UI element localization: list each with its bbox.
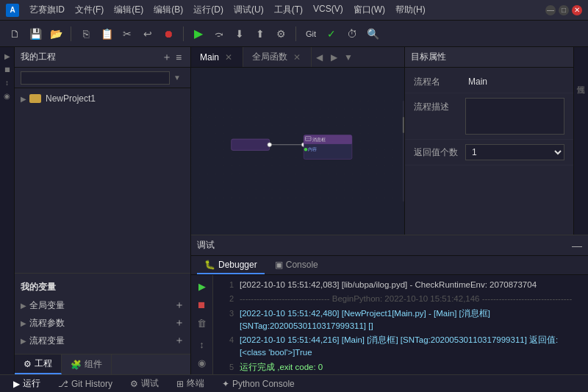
flow-vars-add[interactable]: ＋ <box>174 334 184 347</box>
separator-3 <box>295 26 296 41</box>
strip-step-btn[interactable]: ↕ <box>1 76 13 88</box>
panel-tabs: ⚙ 工程 🧩 组件 <box>15 354 190 374</box>
debug-minimize-button[interactable]: — <box>572 240 582 252</box>
project-panel: 我的工程 ＋ ≡ ▼ ▶ NewProject1 我的变量 ▶ 全局变量 ＋ ▶ <box>15 47 191 374</box>
breakpoint-button[interactable]: ⚙ <box>272 25 290 43</box>
status-run-btn[interactable]: ▶ 运行 <box>6 376 48 392</box>
tab-dropdown[interactable]: ▼ <box>341 47 356 68</box>
toolbar: 🗋 💾 📂 ⎘ 📋 ✂ ↩ ⏺ ▶ ⤼ ⬇ ⬆ ⚙ Git ✓ ⏱ 🔍 <box>0 21 588 47</box>
debug-bp-btn[interactable]: ◉ <box>193 355 211 371</box>
right-strip-label[interactable]: 属性 <box>576 76 587 82</box>
close-button[interactable]: ✕ <box>572 5 582 15</box>
tab-main-close[interactable]: ✕ <box>223 52 234 63</box>
step-out-button[interactable]: ⬆ <box>251 25 269 43</box>
project-add-button[interactable]: ＋ <box>161 51 173 63</box>
debug-run-btn[interactable]: ▶ <box>193 278 211 294</box>
strip-bp-btn[interactable]: ◉ <box>1 90 13 101</box>
menu-item-vcs[interactable]: VCS(V) <box>309 2 348 18</box>
global-vars-arrow: ▶ <box>21 302 26 310</box>
svg-rect-2 <box>232 139 270 150</box>
git-button[interactable]: Git <box>302 25 320 43</box>
open-button[interactable]: 📂 <box>47 25 65 43</box>
new-button[interactable]: 🗋 <box>6 25 24 43</box>
git-history-label: Git History <box>71 379 112 389</box>
log-text: 运行完成 ,exit code: 0 <box>240 361 582 374</box>
menu-item-tools[interactable]: 工具(T) <box>270 2 307 18</box>
menu-item-help[interactable]: 帮助(H) <box>391 2 430 18</box>
log-line: 3[2022-10-10 15:51:42,480] [NewProject1[… <box>219 307 582 334</box>
run-button[interactable]: ▶ <box>190 25 207 43</box>
svg-text:消息框: 消息框 <box>312 138 326 142</box>
prop-value-return[interactable]: 1 2 3 <box>465 144 564 160</box>
status-debug-btn[interactable]: ⚙ 调试 <box>123 376 166 392</box>
project-search-bar: ▼ <box>15 68 190 88</box>
copy-button[interactable]: ⎘ <box>77 25 95 43</box>
run-label: 运行 <box>23 377 40 390</box>
history-button[interactable]: ⏱ <box>343 25 361 43</box>
tab-nav-right[interactable]: ▶ <box>326 47 341 68</box>
save-button[interactable]: 💾 <box>26 25 44 43</box>
debug-status-label: 调试 <box>141 377 159 390</box>
status-terminal-btn[interactable]: ⊞ 终端 <box>169 376 212 392</box>
menu-item-debug[interactable]: 调试(U) <box>229 2 268 18</box>
paste-button[interactable]: 📋 <box>98 25 115 43</box>
minimize-button[interactable]: — <box>545 5 556 15</box>
debug-tab-console[interactable]: ▣ Console <box>268 256 326 274</box>
tab-project[interactable]: ⚙ 工程 <box>15 354 62 374</box>
tab-components[interactable]: 🧩 组件 <box>62 354 112 374</box>
tree-item-label: NewProject1 <box>46 93 96 104</box>
maximize-button[interactable]: □ <box>559 5 569 15</box>
log-line: 4[2022-10-10 15:51:44,216] [Main] [消息框] … <box>219 333 582 360</box>
step-over-button[interactable]: ⤼ <box>210 25 228 43</box>
menu-item-app[interactable]: 艺赛旗ID <box>25 2 69 18</box>
step-into-button[interactable]: ⬇ <box>231 25 248 43</box>
app-logo: A <box>6 4 19 17</box>
debug-stop-btn[interactable]: ⏹ <box>193 296 211 313</box>
debug-step-btn[interactable]: ↕ <box>193 337 211 353</box>
tab-global-funcs[interactable]: 全局函数 ✕ <box>243 47 312 67</box>
menu-item-run[interactable]: 运行(D) <box>189 2 228 18</box>
strip-run-btn[interactable]: ▶ <box>1 50 13 62</box>
tab-nav-left[interactable]: ◀ <box>312 47 326 68</box>
project-search-input[interactable] <box>21 71 170 85</box>
debug-tab-debugger[interactable]: 🐛 Debugger <box>197 256 265 274</box>
svg-text:内容: 内容 <box>308 147 317 152</box>
project-menu-button[interactable]: ≡ <box>173 51 184 63</box>
editor-area: Main ✕ 全局函数 ✕ ◀ ▶ ▼ <box>191 47 588 235</box>
folder-icon <box>29 94 41 103</box>
strip-stop-btn[interactable]: ⏹ <box>1 63 13 75</box>
flow-params-arrow: ▶ <box>21 319 26 327</box>
menu-item-edit2[interactable]: 编辑(B) <box>149 2 187 18</box>
properties-header: 目标属性 <box>405 47 573 68</box>
flow-params-add[interactable]: ＋ <box>174 316 184 329</box>
separator-1 <box>71 26 71 41</box>
status-python-btn[interactable]: ✦ Python Console <box>215 376 302 392</box>
status-git-btn[interactable]: ⎇ Git History <box>51 376 120 392</box>
debug-clear-btn[interactable]: 🗑 <box>193 315 211 331</box>
tree-item-project[interactable]: ▶ NewProject1 <box>15 91 190 106</box>
search-button[interactable]: 🔍 <box>364 25 381 43</box>
prop-value-name[interactable] <box>465 75 581 88</box>
log-number: 3 <box>219 307 234 320</box>
undo-button[interactable]: ↩ <box>139 25 157 43</box>
variables-panel: 我的变量 ▶ 全局变量 ＋ ▶ 流程参数 ＋ ▶ 流程变量 ＋ <box>15 273 190 354</box>
menu-item-edit[interactable]: 编辑(E) <box>110 2 148 18</box>
flow-vars-section[interactable]: ▶ 流程变量 ＋ <box>15 332 190 349</box>
debug-status-icon: ⚙ <box>130 379 138 389</box>
run-icon: ▶ <box>13 379 20 389</box>
global-vars-add[interactable]: ＋ <box>174 299 184 312</box>
search-dropdown-button[interactable]: ▼ <box>170 71 184 85</box>
record-button[interactable]: ⏺ <box>159 25 177 43</box>
tab-main[interactable]: Main ✕ <box>191 47 243 67</box>
check-button[interactable]: ✓ <box>323 25 340 43</box>
tab-global-funcs-close[interactable]: ✕ <box>292 52 302 63</box>
debug-header: 调试 — <box>191 235 588 256</box>
menu-item-window[interactable]: 窗口(W) <box>349 2 390 18</box>
global-vars-section[interactable]: ▶ 全局变量 ＋ <box>15 296 190 314</box>
cut-button[interactable]: ✂ <box>118 25 136 43</box>
menu-item-file[interactable]: 文件(F) <box>71 2 108 18</box>
flow-params-section[interactable]: ▶ 流程参数 ＋ <box>15 314 190 332</box>
prop-value-desc[interactable] <box>465 98 564 135</box>
svg-point-4 <box>268 143 271 146</box>
console-icon: ▣ <box>275 260 283 270</box>
